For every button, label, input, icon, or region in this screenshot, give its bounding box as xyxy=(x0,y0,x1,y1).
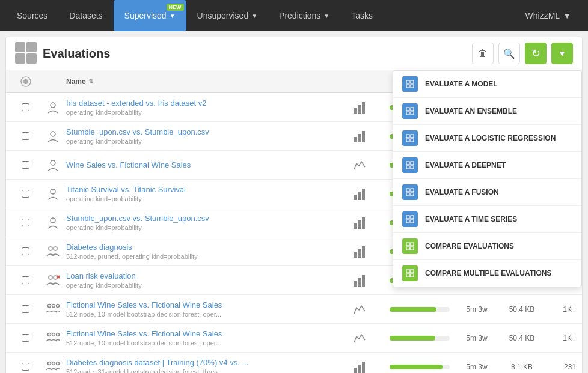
dropdown-item-icon-compare-evaluations xyxy=(402,238,418,254)
refresh-button[interactable]: ↻ xyxy=(525,43,547,64)
name-sort-icon[interactable]: ⇅ xyxy=(88,78,93,85)
svg-rect-21 xyxy=(358,220,361,229)
row-status-icon xyxy=(39,159,66,172)
svg-point-35 xyxy=(47,304,51,307)
row-name-link[interactable]: Diabetes diagnosis xyxy=(66,243,335,252)
row-subtitle: operating kind=probability xyxy=(66,282,335,289)
row-name-link[interactable]: Titanic Survival vs. Titanic Survival xyxy=(66,185,335,194)
row-name-cell: Loan risk evaluation operating kind=prob… xyxy=(66,268,335,293)
svg-point-40 xyxy=(56,333,59,336)
row-status-icon xyxy=(39,332,66,345)
svg-rect-16 xyxy=(354,195,357,200)
svg-point-37 xyxy=(56,304,59,307)
svg-rect-52 xyxy=(411,108,414,111)
svg-rect-56 xyxy=(411,135,414,138)
svg-rect-51 xyxy=(406,108,409,111)
page-title: Evaluations xyxy=(43,47,472,61)
row-name-link[interactable]: Wine Sales vs. Fictional Wine Sales xyxy=(66,160,335,169)
svg-rect-13 xyxy=(362,131,365,142)
dropdown-item-icon-evaluate-deepnet xyxy=(402,157,418,173)
row-checkbox[interactable] xyxy=(12,219,39,226)
row-name-link[interactable]: Loan risk evaluation xyxy=(66,271,335,281)
row-size: 50.4 KB xyxy=(498,334,546,342)
svg-rect-59 xyxy=(406,162,409,165)
nav-item-supervised[interactable]: Supervised NEW ▼ xyxy=(114,0,186,31)
row-status-icon xyxy=(39,303,66,316)
dropdown-item-compare-evaluations[interactable]: COMPARE EVALUATIONS xyxy=(393,233,581,260)
row-type xyxy=(335,187,384,201)
dropdown-item-icon-evaluate-timeseries xyxy=(402,211,418,227)
row-type xyxy=(335,101,384,114)
svg-rect-78 xyxy=(406,274,409,277)
row-type xyxy=(335,360,384,374)
row-subtitle: operating kind=probability xyxy=(66,138,335,145)
dropdown-item-evaluate-timeseries[interactable]: EVALUATE A TIME SERIES xyxy=(393,206,581,233)
svg-rect-49 xyxy=(406,85,409,88)
dropdown-item-icon-compare-multiple xyxy=(402,265,418,281)
svg-rect-17 xyxy=(358,192,361,200)
svg-rect-9 xyxy=(362,102,365,114)
dropdown-item-evaluate-deepnet[interactable]: EVALUATE A DEEPNET xyxy=(393,152,581,179)
svg-rect-76 xyxy=(406,270,409,273)
row-performance xyxy=(384,307,456,312)
svg-rect-1 xyxy=(26,42,37,52)
nav-item-predictions[interactable]: Predictions ▼ xyxy=(268,0,340,31)
row-type xyxy=(335,303,384,316)
svg-rect-0 xyxy=(15,42,25,52)
svg-rect-22 xyxy=(362,217,365,229)
svg-point-5 xyxy=(23,79,28,84)
svg-rect-2 xyxy=(15,53,25,64)
row-checkbox[interactable] xyxy=(12,276,39,284)
svg-rect-7 xyxy=(354,108,357,114)
row-checkbox[interactable] xyxy=(12,132,39,140)
row-name-link[interactable]: Stumble_upon.csv vs. Stumble_upon.csv xyxy=(66,127,335,136)
dropdown-item-label: EVALUATE A TIME SERIES xyxy=(425,215,517,223)
more-options-button[interactable]: ▼ xyxy=(551,43,573,64)
row-name-link[interactable]: Diabetes diagnosis dataset | Training (7… xyxy=(66,358,335,367)
svg-rect-61 xyxy=(406,166,409,169)
row-subtitle: 512-node, 10-model bootstrap decision fo… xyxy=(66,339,335,347)
svg-rect-26 xyxy=(358,249,361,258)
svg-rect-70 xyxy=(411,220,414,223)
svg-point-39 xyxy=(52,333,55,336)
row-size: 50.4 KB xyxy=(498,305,546,314)
dropdown-item-evaluate-ensemble[interactable]: EVALUATE AN ENSEMBLE xyxy=(393,98,581,125)
row-checkbox[interactable] xyxy=(12,334,39,342)
dropdown-item-evaluate-logistic[interactable]: EVALUATE A LOGISTIC REGRESSION xyxy=(393,125,581,152)
nav-item-datasets[interactable]: Datasets xyxy=(58,0,113,31)
dropdown-item-label: COMPARE EVALUATIONS xyxy=(425,242,514,250)
evaluations-table: Name ⇅ Type ⇅ Performance Iris dataset -… xyxy=(6,70,582,373)
svg-point-41 xyxy=(47,362,51,365)
dropdown-item-compare-multiple[interactable]: COMPARE MULTIPLE EVALUATIONS xyxy=(393,260,581,287)
dropdown-item-label: EVALUATE A DEEPNET xyxy=(425,161,506,169)
delete-button[interactable]: 🗑 xyxy=(472,43,494,64)
row-checkbox[interactable] xyxy=(12,247,39,255)
dropdown-item-evaluate-fusion[interactable]: EVALUATE A FUSION xyxy=(393,179,581,206)
row-checkbox[interactable] xyxy=(12,190,39,198)
unsupervised-caret: ▼ xyxy=(251,13,257,19)
row-name-link[interactable]: Stumble_upon.csv vs. Stumble_upon.csv xyxy=(66,214,335,223)
svg-rect-12 xyxy=(358,134,361,142)
row-checkbox[interactable] xyxy=(12,363,39,371)
row-checkbox[interactable] xyxy=(12,305,39,313)
whizzml-menu[interactable]: WhizzML ▼ xyxy=(515,0,582,31)
svg-rect-46 xyxy=(362,362,365,373)
dropdown-item-icon-evaluate-ensemble xyxy=(402,103,418,119)
row-type xyxy=(335,245,384,258)
supervised-caret: ▼ xyxy=(170,13,176,19)
row-name-link[interactable]: Fictional Wine Sales vs. Fictional Wine … xyxy=(66,300,335,309)
nav-item-unsupervised[interactable]: Unsupervised ▼ xyxy=(186,0,269,31)
evaluations-icon xyxy=(15,42,37,65)
row-name-link[interactable]: Fictional Wine Sales vs. Fictional Wine … xyxy=(66,329,335,338)
row-checkbox[interactable] xyxy=(12,103,39,111)
search-button[interactable]: 🔍 xyxy=(498,43,520,64)
row-checkbox[interactable] xyxy=(12,161,39,169)
dropdown-item-evaluate-model[interactable]: EVALUATE A MODEL xyxy=(393,71,581,98)
nav-item-sources[interactable]: Sources xyxy=(6,0,58,31)
row-name-cell: Fictional Wine Sales vs. Fictional Wine … xyxy=(66,297,335,321)
top-nav: Sources Datasets Supervised NEW ▼ Unsupe… xyxy=(0,0,588,31)
dropdown-item-icon-evaluate-model xyxy=(402,76,418,92)
row-name-link[interactable]: Iris dataset - extended vs. Iris dataset… xyxy=(66,99,335,108)
row-status-icon xyxy=(39,187,66,201)
nav-item-tasks[interactable]: Tasks xyxy=(340,0,384,31)
